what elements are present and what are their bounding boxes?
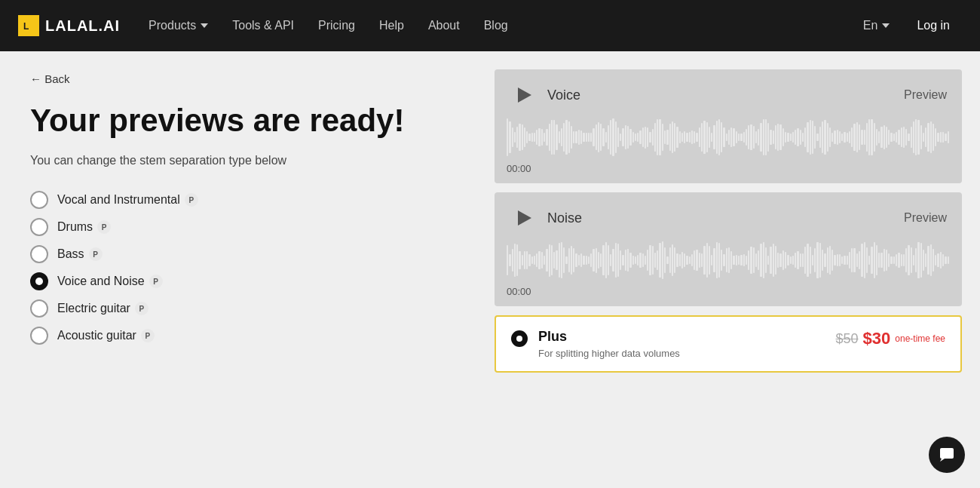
page-subtitle: You can change the stem separation type … (30, 152, 452, 170)
play-icon (518, 210, 531, 226)
navigation: L LALAL.AI Products Tools & API Pricing … (0, 0, 980, 51)
radio-label-electric-guitar: Electric guitar P (57, 302, 149, 315)
nav-items: Products Tools & API Pricing Help About … (138, 13, 848, 38)
radio-voice-noise[interactable]: Voice and Noise P (30, 272, 452, 290)
svg-text:L: L (23, 21, 29, 32)
pricing-cost: $50 $30 one-time fee (836, 329, 945, 348)
voice-waveform-bars (507, 118, 950, 157)
noise-track-card: Noise Preview 00:00 (495, 192, 962, 306)
voice-time: 00:00 (495, 160, 962, 183)
play-icon (518, 87, 531, 103)
radio-circle-voice-noise (30, 272, 48, 290)
noise-waveform[interactable] (495, 238, 962, 283)
noise-play-button[interactable] (510, 204, 537, 232)
nav-products[interactable]: Products (138, 13, 219, 38)
svg-rect-2 (940, 448, 954, 459)
radio-label-voice-noise: Voice and Noise P (57, 275, 163, 288)
left-panel: ← Back Your previews are ready! You can … (0, 51, 482, 488)
nav-blog[interactable]: Blog (473, 13, 519, 38)
chat-button[interactable] (929, 437, 965, 473)
voice-preview-label: Preview (904, 88, 947, 102)
pro-badge: P (135, 302, 149, 315)
radio-vocal-instrumental[interactable]: Vocal and Instrumental P (30, 191, 452, 209)
chevron-down-icon (882, 23, 890, 28)
pro-badge: P (185, 193, 198, 207)
radio-electric-guitar[interactable]: Electric guitar P (30, 299, 452, 318)
price-new: $30 (863, 329, 891, 348)
logo-icon: L (18, 15, 39, 36)
noise-time: 00:00 (495, 283, 962, 306)
noise-preview-label: Preview (904, 211, 947, 225)
pricing-info: Plus For splitting higher data volumes (538, 329, 825, 359)
voice-track-header: Voice Preview (495, 69, 962, 115)
voice-track-name: Voice (547, 87, 893, 103)
nav-help[interactable]: Help (369, 13, 415, 38)
radio-label-bass: Bass P (57, 247, 103, 261)
chevron-down-icon (201, 23, 208, 28)
login-button[interactable]: Log in (905, 13, 962, 38)
radio-circle-acoustic-guitar (30, 327, 48, 345)
radio-circle-vocal-instrumental (30, 191, 48, 209)
price-note: one-time fee (895, 333, 945, 344)
nav-right: En Log in (854, 13, 962, 38)
right-panel: Voice Preview 00:00 Noise Preview 00:00 (482, 51, 980, 488)
price-old: $50 (836, 331, 859, 347)
radio-label-acoustic-guitar: Acoustic guitar P (57, 329, 155, 342)
nav-about[interactable]: About (418, 13, 470, 38)
pro-badge: P (89, 247, 103, 261)
pricing-radio (511, 330, 528, 347)
radio-label-drums: Drums P (57, 220, 111, 234)
separation-type-list: Vocal and Instrumental P Drums P Bass P (30, 191, 452, 345)
pro-badge: P (141, 329, 155, 342)
back-link[interactable]: ← Back (30, 72, 452, 85)
logo[interactable]: L LALAL.AI (18, 15, 120, 36)
page-title: Your previews are ready! (30, 103, 452, 138)
radio-acoustic-guitar[interactable]: Acoustic guitar P (30, 327, 452, 345)
radio-circle-bass (30, 245, 48, 263)
logo-text: LALAL.AI (45, 17, 120, 35)
radio-label-vocal-instrumental: Vocal and Instrumental P (57, 193, 198, 207)
radio-drums[interactable]: Drums P (30, 218, 452, 236)
nav-pricing[interactable]: Pricing (308, 13, 366, 38)
pro-badge: P (149, 275, 163, 288)
voice-play-button[interactable] (510, 81, 537, 109)
language-selector[interactable]: En (854, 13, 899, 38)
radio-circle-drums (30, 218, 48, 236)
pro-badge: P (97, 220, 111, 234)
radio-bass[interactable]: Bass P (30, 245, 452, 263)
voice-track-card: Voice Preview 00:00 (495, 69, 962, 183)
nav-tools-api[interactable]: Tools & API (222, 13, 305, 38)
pricing-desc: For splitting higher data volumes (538, 348, 825, 359)
voice-waveform[interactable] (495, 115, 962, 160)
noise-track-name: Noise (547, 210, 893, 226)
pricing-card[interactable]: Plus For splitting higher data volumes $… (495, 315, 962, 373)
main-content: ← Back Your previews are ready! You can … (0, 51, 980, 488)
noise-track-header: Noise Preview (495, 192, 962, 238)
noise-waveform-bars (507, 241, 950, 280)
radio-circle-electric-guitar (30, 299, 48, 318)
svg-marker-3 (940, 459, 945, 462)
pricing-name: Plus (538, 329, 825, 345)
